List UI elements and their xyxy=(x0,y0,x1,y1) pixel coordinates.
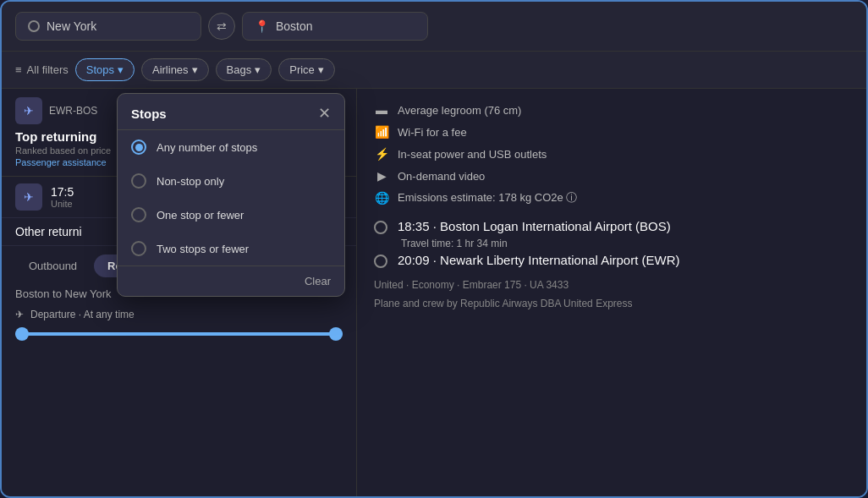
video-text: On-demand video xyxy=(398,170,485,183)
all-filters-label: All filters xyxy=(27,63,69,76)
bags-label: Bags xyxy=(227,63,252,76)
wifi-text: Wi-Fi for a fee xyxy=(398,126,467,139)
plane-icon: ✈ xyxy=(15,309,24,320)
radio-nonstop xyxy=(131,173,146,189)
option-one-stop[interactable]: One stop or fewer xyxy=(118,198,344,232)
arrival-time: 20:09 xyxy=(398,253,430,267)
flight-time: 17:5 xyxy=(51,185,74,199)
amenities-list: ▬ Average legroom (76 cm) 📶 Wi-Fi for a … xyxy=(374,102,849,205)
radio-one-stop xyxy=(131,207,146,222)
slider-thumb-right[interactable] xyxy=(329,327,343,341)
details-line2: Plane and crew by Republic Airways DBA U… xyxy=(374,295,849,314)
option-two-stops-label: Two stops or fewer xyxy=(157,243,249,255)
airlines-filter-button[interactable]: Airlines ▾ xyxy=(141,58,209,81)
details-line1: United · Economy · Embraer 175 · UA 3433 xyxy=(374,276,849,295)
filter-bar: ≡ All filters Stops ▾ Airlines ▾ Bags ▾ … xyxy=(2,52,866,89)
emissions-text: Emissions estimate: 178 kg CO2e ⓘ xyxy=(398,190,577,205)
price-chevron-icon: ▾ xyxy=(318,63,324,76)
option-any-stops-label: Any number of stops xyxy=(157,141,257,154)
power-text: In-seat power and USB outlets xyxy=(398,148,547,161)
arrival-info: 20:09 · Newark Liberty International Air… xyxy=(398,253,680,267)
swap-button[interactable]: ⇄ xyxy=(208,13,235,40)
origin-input[interactable]: New York xyxy=(15,12,201,41)
price-filter-button[interactable]: Price ▾ xyxy=(278,58,335,81)
legroom-icon: ▬ xyxy=(374,102,389,118)
destination-input[interactable]: 📍 Boston xyxy=(242,12,428,41)
route-code: EWR-BOS xyxy=(49,105,97,117)
all-filters-button[interactable]: ≡ All filters xyxy=(15,63,69,76)
right-panel: ▬ Average legroom (76 cm) 📶 Wi-Fi for a … xyxy=(357,89,866,496)
outbound-tab[interactable]: Outbound xyxy=(15,254,91,277)
departure-label: Departure · At any time xyxy=(30,309,135,320)
departure-time: 18:35 xyxy=(398,219,430,233)
video-icon: ▶ xyxy=(374,168,389,183)
bags-filter-button[interactable]: Bags ▾ xyxy=(216,58,272,81)
slider-track xyxy=(15,332,343,336)
dropdown-close-button[interactable]: ✕ xyxy=(318,106,331,121)
stops-label: Stops xyxy=(86,63,114,76)
departure-info: 18:35 · Boston Logan International Airpo… xyxy=(398,219,671,233)
dropdown-footer: Clear xyxy=(118,265,344,296)
arrival-airport: Newark Liberty International Airport (EW… xyxy=(440,253,679,267)
departure-dot xyxy=(374,221,387,234)
option-any-stops[interactable]: Any number of stops xyxy=(118,130,344,164)
flight-airline: Unite xyxy=(51,199,74,209)
wifi-icon: 📶 xyxy=(374,124,389,140)
departure-airport: Boston Logan International Airport (BOS) xyxy=(440,219,671,233)
amenity-video: ▶ On-demand video xyxy=(374,168,849,183)
price-label: Price xyxy=(289,63,315,76)
departure-stop: 18:35 · Boston Logan International Airpo… xyxy=(374,219,849,234)
option-one-stop-label: One stop or fewer xyxy=(157,209,244,222)
amenity-emissions: 🌐 Emissions estimate: 178 kg CO2e ⓘ xyxy=(374,190,849,205)
legroom-text: Average legroom (76 cm) xyxy=(398,104,521,117)
travel-time: Travel time: 1 hr 34 min xyxy=(398,238,849,249)
flight-info: 17:5 Unite xyxy=(51,185,74,209)
arrival-stop: 20:09 · Newark Liberty International Air… xyxy=(374,253,849,268)
route-icon: ✈ xyxy=(15,97,42,124)
origin-icon xyxy=(28,20,40,32)
search-bar: New York ⇄ 📍 Boston xyxy=(2,2,866,52)
option-nonstop-label: Non-stop only xyxy=(157,175,224,188)
stops-chevron-icon: ▾ xyxy=(118,63,124,76)
stops-filter-button[interactable]: Stops ▾ xyxy=(75,58,135,81)
airlines-chevron-icon: ▾ xyxy=(192,63,198,76)
departure-row: ✈ Departure · At any time xyxy=(15,309,343,320)
dest-pin-icon: 📍 xyxy=(255,19,269,33)
flight-timeline: 18:35 · Boston Logan International Airpo… xyxy=(374,219,849,268)
filter-icon: ≡ xyxy=(15,63,22,76)
flight-details: United · Economy · Embraer 175 · UA 3433… xyxy=(374,276,849,313)
clear-button[interactable]: Clear xyxy=(305,275,331,287)
radio-two-stops xyxy=(131,241,146,256)
amenity-power: ⚡ In-seat power and USB outlets xyxy=(374,146,849,161)
time-slider[interactable] xyxy=(15,332,343,336)
bags-chevron-icon: ▾ xyxy=(255,63,261,76)
option-two-stops[interactable]: Two stops or fewer xyxy=(118,232,344,265)
radio-any-stops xyxy=(131,140,146,155)
arrival-dot xyxy=(374,254,387,268)
amenity-wifi: 📶 Wi-Fi for a fee xyxy=(374,124,849,140)
slider-thumb-left[interactable] xyxy=(15,327,29,341)
dropdown-title: Stops xyxy=(131,107,167,121)
amenity-legroom: ▬ Average legroom (76 cm) xyxy=(374,102,849,118)
airline-icon: ✈ xyxy=(24,190,34,204)
radio-inner-any xyxy=(135,144,143,151)
airlines-label: Airlines xyxy=(152,63,189,76)
flight-logo: ✈ xyxy=(15,183,42,211)
power-icon: ⚡ xyxy=(374,146,389,161)
swap-icon: ⇄ xyxy=(217,19,227,33)
dropdown-header: Stops ✕ xyxy=(118,94,344,130)
destination-text: Boston xyxy=(276,19,313,33)
origin-text: New York xyxy=(47,19,96,33)
emissions-icon: 🌐 xyxy=(374,190,389,205)
option-nonstop[interactable]: Non-stop only xyxy=(118,164,344,198)
main-container: New York ⇄ 📍 Boston ≡ All filters Stops … xyxy=(0,0,868,498)
slider-fill xyxy=(15,332,343,336)
stops-dropdown: Stops ✕ Any number of stops Non-stop onl… xyxy=(117,93,345,297)
